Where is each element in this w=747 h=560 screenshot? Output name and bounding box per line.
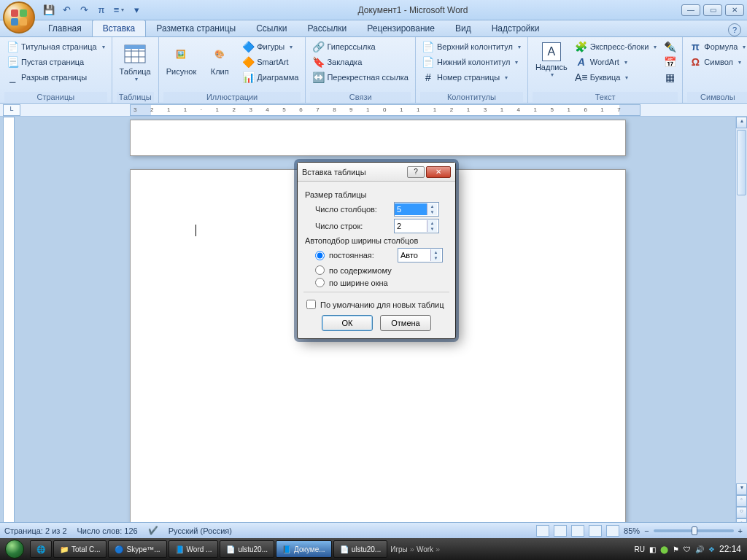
dialog-title: Вставка таблицы bbox=[302, 168, 406, 176]
ok-button[interactable]: ОК bbox=[322, 315, 373, 331]
cols-up[interactable]: ▲ bbox=[427, 203, 437, 209]
radio-content[interactable] bbox=[315, 265, 325, 275]
cols-down[interactable]: ▼ bbox=[427, 209, 437, 215]
default-checkbox-label: По умолчанию для новых таблиц bbox=[320, 300, 444, 309]
radio-content-label: по содержимому bbox=[329, 266, 392, 275]
radio-fixed-label: постоянная: bbox=[329, 251, 393, 260]
dialog-close-button[interactable]: ✕ bbox=[426, 166, 451, 178]
autofit-group-label: Автоподбор ширины столбцов bbox=[305, 236, 448, 245]
insert-table-dialog: Вставка таблицы ? ✕ Размер таблицы Число… bbox=[297, 162, 456, 339]
radio-window[interactable] bbox=[315, 278, 325, 287]
cols-input[interactable] bbox=[395, 203, 427, 215]
rows-down[interactable]: ▼ bbox=[427, 226, 437, 232]
cols-label: Число столбцов: bbox=[315, 205, 390, 214]
default-checkbox[interactable] bbox=[306, 300, 316, 309]
size-group-label: Размер таблицы bbox=[305, 190, 448, 199]
modal-overlay: Вставка таблицы ? ✕ Размер таблицы Число… bbox=[0, 0, 747, 560]
dialog-help-button[interactable]: ? bbox=[407, 166, 425, 178]
cols-spinner[interactable]: ▲▼ bbox=[394, 202, 439, 217]
rows-up[interactable]: ▲ bbox=[427, 220, 437, 226]
rows-spinner[interactable]: ▲▼ bbox=[394, 219, 439, 233]
radio-window-label: по ширине окна bbox=[329, 279, 388, 287]
dialog-titlebar[interactable]: Вставка таблицы ? ✕ bbox=[298, 163, 455, 182]
rows-label: Число строк: bbox=[315, 222, 390, 230]
fixed-width-spinner[interactable]: ▲▼ bbox=[398, 248, 443, 262]
fixed-up[interactable]: ▲ bbox=[430, 249, 441, 255]
fixed-down[interactable]: ▼ bbox=[430, 255, 441, 261]
fixed-width-input[interactable] bbox=[398, 249, 430, 261]
radio-fixed[interactable] bbox=[315, 251, 325, 260]
rows-input[interactable] bbox=[395, 220, 427, 232]
cancel-button[interactable]: Отмена bbox=[380, 315, 431, 331]
